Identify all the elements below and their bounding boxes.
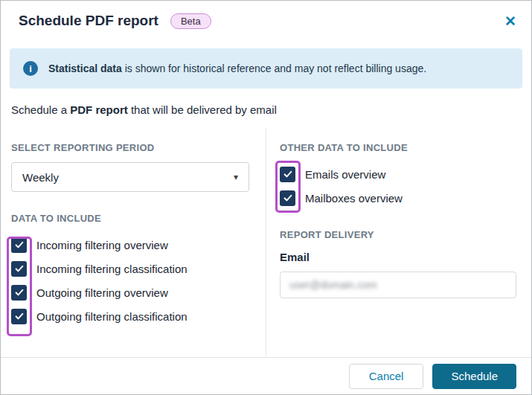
intro-text: Schedule a PDF report that will be deliv…	[11, 103, 277, 116]
data-to-include-label: DATA TO INCLUDE	[11, 213, 257, 224]
schedule-pdf-report-dialog: Schedule PDF report Beta ✕ i Statistical…	[0, 0, 532, 395]
checkbox-checked-icon[interactable]	[11, 309, 27, 324]
checkbox-checked-icon[interactable]	[280, 190, 295, 206]
dialog-footer: Cancel Schedule	[1, 357, 531, 394]
checkbox-checked-icon[interactable]	[280, 167, 295, 182]
cancel-button[interactable]: Cancel	[349, 364, 424, 389]
schedule-button[interactable]: Schedule	[432, 364, 516, 389]
checkbox-row-incoming-filtering-overview[interactable]: Incoming filtering overview	[11, 233, 257, 257]
info-banner: i Statistical data is shown for historic…	[10, 48, 522, 89]
column-divider	[266, 129, 266, 357]
checkbox-checked-icon[interactable]	[11, 261, 27, 277]
chevron-down-icon: ▾	[234, 172, 238, 182]
info-icon: i	[23, 61, 38, 76]
dialog-header: Schedule PDF report Beta ✕	[1, 1, 531, 41]
left-column: SELECT REPORTING PERIOD Weekly ▾ DATA TO…	[11, 129, 257, 328]
info-banner-text: Statistical data is shown for historical…	[48, 62, 426, 74]
email-field-value-redacted: user@domain.com	[289, 279, 377, 291]
checkbox-row-emails-overview[interactable]: Emails overview	[280, 162, 518, 186]
email-label: Email	[280, 251, 518, 263]
report-delivery-label: REPORT DELIVERY	[280, 229, 518, 240]
other-data-label: OTHER DATA TO INCLUDE	[280, 129, 518, 153]
email-field[interactable]: user@domain.com	[280, 272, 516, 298]
checkbox-row-outgoing-filtering-classification[interactable]: Outgoing filtering classification	[11, 304, 257, 328]
beta-badge: Beta	[170, 13, 211, 29]
reporting-period-label: SELECT REPORTING PERIOD	[11, 129, 257, 153]
right-column: OTHER DATA TO INCLUDE Emails overview Ma…	[280, 129, 518, 298]
checkbox-checked-icon[interactable]	[11, 237, 27, 253]
checkbox-row-mailboxes-overview[interactable]: Mailboxes overview	[280, 186, 518, 210]
checkbox-row-incoming-filtering-classification[interactable]: Incoming filtering classification	[11, 257, 257, 280]
close-icon[interactable]: ✕	[504, 14, 516, 28]
data-to-include-checklist: Incoming filtering overview Incoming fil…	[11, 233, 257, 328]
checkbox-checked-icon[interactable]	[11, 285, 27, 301]
reporting-period-select[interactable]: Weekly ▾	[11, 162, 249, 192]
page-title: Schedule PDF report	[19, 13, 158, 29]
checkbox-row-outgoing-filtering-overview[interactable]: Outgoing filtering overview	[11, 280, 257, 304]
reporting-period-value: Weekly	[22, 171, 59, 184]
other-data-checklist: Emails overview Mailboxes overview	[280, 162, 518, 210]
